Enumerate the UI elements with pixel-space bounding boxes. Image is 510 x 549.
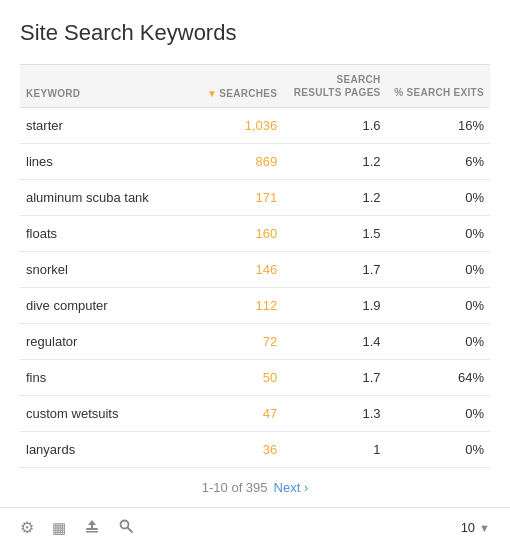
cell-keyword: custom wetsuits	[20, 396, 199, 432]
table-row: snorkel1461.70%	[20, 252, 490, 288]
table-row: lines8691.26%	[20, 144, 490, 180]
page-container: Site Search Keywords KEYWORD ▼SEARCHES S…	[0, 0, 510, 503]
table-header-row: KEYWORD ▼SEARCHES SEARCH RESULTS PAGES %…	[20, 65, 490, 108]
cell-searches: 47	[199, 396, 284, 432]
cell-results: 1.2	[283, 144, 386, 180]
page-title: Site Search Keywords	[20, 20, 490, 46]
cell-keyword: starter	[20, 108, 199, 144]
footer-icons: ⚙ ▦	[20, 518, 134, 537]
cell-results: 1.7	[283, 360, 386, 396]
svg-rect-1	[86, 531, 98, 533]
table-row: starter1,0361.616%	[20, 108, 490, 144]
cell-exits: 0%	[387, 252, 490, 288]
cell-keyword: fins	[20, 360, 199, 396]
cell-exits: 0%	[387, 288, 490, 324]
footer-bar: ⚙ ▦ 10 ▼	[0, 507, 510, 547]
table-row: custom wetsuits471.30%	[20, 396, 490, 432]
cell-searches: 146	[199, 252, 284, 288]
cell-results: 1.5	[283, 216, 386, 252]
col-header-results: SEARCH RESULTS PAGES	[283, 65, 386, 108]
cell-keyword: aluminum scuba tank	[20, 180, 199, 216]
cell-exits: 0%	[387, 396, 490, 432]
page-range: 1-10 of 395	[202, 480, 268, 495]
col-header-searches[interactable]: ▼SEARCHES	[199, 65, 284, 108]
cell-exits: 0%	[387, 216, 490, 252]
rows-dropdown-arrow[interactable]: ▼	[479, 522, 490, 534]
cell-searches: 869	[199, 144, 284, 180]
table-icon[interactable]: ▦	[52, 519, 66, 537]
cell-exits: 16%	[387, 108, 490, 144]
col-header-exits: % SEARCH EXITS	[387, 65, 490, 108]
table-row: fins501.764%	[20, 360, 490, 396]
cell-searches: 171	[199, 180, 284, 216]
cell-keyword: regulator	[20, 324, 199, 360]
pagination-row: 1-10 of 395 Next ›	[20, 468, 490, 503]
cell-results: 1.3	[283, 396, 386, 432]
table-row: dive computer1121.90%	[20, 288, 490, 324]
cell-searches: 72	[199, 324, 284, 360]
footer-right: 10 ▼	[461, 520, 490, 535]
cell-exits: 6%	[387, 144, 490, 180]
sort-arrow-icon: ▼	[207, 88, 217, 99]
cell-results: 1.7	[283, 252, 386, 288]
settings-icon[interactable]: ⚙	[20, 518, 34, 537]
cell-results: 1.4	[283, 324, 386, 360]
table-wrapper: KEYWORD ▼SEARCHES SEARCH RESULTS PAGES %…	[20, 64, 490, 468]
cell-keyword: floats	[20, 216, 199, 252]
cell-searches: 160	[199, 216, 284, 252]
col-header-keyword: KEYWORD	[20, 65, 199, 108]
cell-searches: 112	[199, 288, 284, 324]
cell-searches: 50	[199, 360, 284, 396]
svg-rect-0	[86, 528, 98, 530]
cell-exits: 64%	[387, 360, 490, 396]
cell-results: 1.9	[283, 288, 386, 324]
cell-searches: 36	[199, 432, 284, 468]
cell-exits: 0%	[387, 180, 490, 216]
cell-results: 1.2	[283, 180, 386, 216]
svg-line-4	[128, 528, 132, 532]
keywords-table: KEYWORD ▼SEARCHES SEARCH RESULTS PAGES %…	[20, 64, 490, 468]
cell-keyword: snorkel	[20, 252, 199, 288]
cell-keyword: lines	[20, 144, 199, 180]
cell-exits: 0%	[387, 324, 490, 360]
export-icon[interactable]	[84, 518, 100, 537]
cell-keyword: lanyards	[20, 432, 199, 468]
svg-marker-2	[88, 520, 96, 528]
table-row: lanyards3610%	[20, 432, 490, 468]
next-link[interactable]: Next ›	[274, 480, 309, 495]
cell-exits: 0%	[387, 432, 490, 468]
cell-searches: 1,036	[199, 108, 284, 144]
cell-keyword: dive computer	[20, 288, 199, 324]
table-row: aluminum scuba tank1711.20%	[20, 180, 490, 216]
table-body: starter1,0361.616%lines8691.26%aluminum …	[20, 108, 490, 468]
table-row: regulator721.40%	[20, 324, 490, 360]
cell-results: 1	[283, 432, 386, 468]
rows-per-page: 10	[461, 520, 475, 535]
search-icon[interactable]	[118, 518, 134, 537]
table-row: floats1601.50%	[20, 216, 490, 252]
cell-results: 1.6	[283, 108, 386, 144]
svg-point-3	[121, 521, 129, 529]
